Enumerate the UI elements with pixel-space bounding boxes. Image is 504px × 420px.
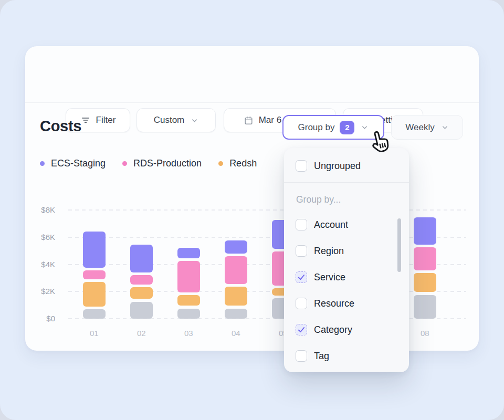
option-label: Category [314, 324, 352, 335]
dropdown-option-category[interactable]: Category [284, 317, 409, 343]
x-axis-tick: 03 [177, 329, 200, 338]
x-axis-tick: 04 [224, 329, 247, 338]
bar-segment-Redsh-03[interactable] [177, 295, 200, 306]
service-checkbox[interactable] [296, 271, 307, 283]
bar-segment-unlabeled-02[interactable] [130, 302, 153, 319]
bar-segment-Redsh-02[interactable] [130, 287, 153, 299]
bar-segment-ECS-Staging-04[interactable] [225, 240, 247, 254]
option-label: Service [314, 272, 345, 283]
bar-segment-ECS-Staging-02[interactable] [130, 245, 153, 272]
bar-segment-RDS-Production-03[interactable] [177, 261, 200, 292]
costs-card: Filter Custom Mar 6 - Jun 17 Settings Co… [25, 46, 479, 351]
stacked-bar-chart: $0$2K$4K$6K$8K0102030405060708 [25, 46, 479, 351]
resource-checkbox[interactable] [296, 298, 307, 309]
bar-segment-RDS-Production-08[interactable] [414, 247, 436, 270]
region-checkbox[interactable] [296, 245, 307, 257]
bar-segment-unlabeled-08[interactable] [414, 295, 436, 319]
account-checkbox[interactable] [296, 219, 307, 230]
y-axis-tick: $2K [30, 286, 55, 297]
bar-segment-unlabeled-01[interactable] [83, 309, 106, 319]
bar-segment-Redsh-04[interactable] [225, 287, 247, 306]
option-label: Account [314, 219, 348, 230]
dropdown-option-region[interactable]: Region [284, 238, 409, 264]
y-axis-tick: $0 [30, 313, 55, 324]
bar-segment-RDS-Production-01[interactable] [83, 270, 106, 279]
dropdown-option-resource[interactable]: Resource [284, 290, 409, 317]
ungrouped-checkbox[interactable] [296, 160, 307, 172]
group-by-dropdown: Ungrouped Group by... AccountRegionServi… [284, 148, 409, 372]
ungrouped-label: Ungrouped [314, 161, 361, 172]
bar-segment-ECS-Staging-03[interactable] [177, 248, 200, 258]
category-checkbox[interactable] [296, 324, 307, 335]
bar-segment-ECS-Staging-01[interactable] [83, 232, 106, 268]
dropdown-option-account[interactable]: Account [284, 212, 409, 238]
option-label: Region [314, 246, 344, 257]
bar-segment-ECS-Staging-08[interactable] [414, 217, 436, 245]
dropdown-option-ungrouped[interactable]: Ungrouped [284, 153, 409, 179]
checkmark-icon [297, 326, 306, 334]
hand-cursor-icon [368, 128, 392, 156]
x-axis-tick: 02 [130, 329, 153, 338]
tag-checkbox[interactable] [296, 350, 307, 362]
dropdown-section-label: Group by... [296, 194, 341, 205]
bar-segment-unlabeled-03[interactable] [177, 309, 200, 319]
y-axis-tick: $4K [30, 259, 55, 270]
y-axis-tick: $6K [30, 232, 55, 243]
bar-segment-RDS-Production-02[interactable] [130, 275, 153, 285]
checkmark-icon [297, 273, 306, 281]
dropdown-divider [284, 182, 409, 183]
y-axis-tick: $8K [30, 205, 55, 215]
dropdown-scrollbar[interactable] [397, 218, 401, 272]
dropdown-option-tag[interactable]: Tag [284, 343, 409, 369]
bar-segment-RDS-Production-04[interactable] [225, 256, 247, 284]
bar-segment-Redsh-01[interactable] [83, 282, 106, 307]
dropdown-option-service[interactable]: Service [284, 264, 409, 290]
bar-segment-unlabeled-04[interactable] [225, 309, 247, 319]
x-axis-tick: 08 [413, 329, 436, 338]
app-background: Filter Custom Mar 6 - Jun 17 Settings Co… [0, 0, 504, 420]
x-axis-tick: 01 [82, 329, 106, 338]
bar-segment-Redsh-08[interactable] [414, 273, 436, 292]
option-label: Tag [314, 351, 329, 362]
option-label: Resource [314, 298, 354, 309]
